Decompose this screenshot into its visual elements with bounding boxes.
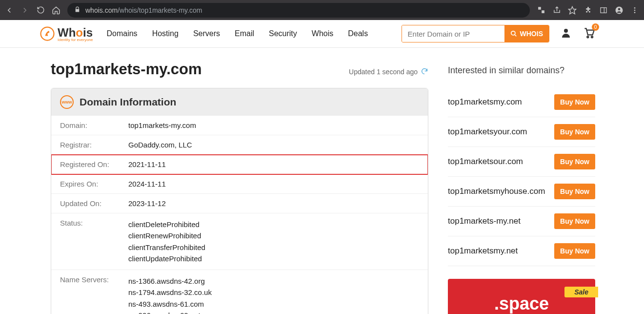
nav-menu: Domains Hosting Servers Email Security W… — [106, 29, 368, 38]
search-button[interactable]: WHOIS — [504, 25, 549, 42]
row-updated-on: Updated On:2023-11-12 — [51, 194, 428, 213]
svg-point-7 — [634, 12, 636, 13]
buy-button[interactable]: Buy Now — [554, 154, 595, 169]
search-input[interactable] — [402, 25, 504, 42]
share-icon[interactable] — [552, 6, 561, 15]
svg-point-6 — [634, 9, 636, 11]
menu-icon[interactable] — [630, 6, 639, 15]
panel-title: Domain Information — [80, 96, 176, 108]
user-icon[interactable] — [560, 27, 572, 41]
row-registrar: Registrar:GoDaddy.com, LLC — [51, 135, 428, 155]
buy-button[interactable]: Buy Now — [554, 184, 595, 199]
search-button-label: WHOIS — [520, 30, 543, 38]
svg-point-4 — [618, 8, 621, 10]
browser-chrome: whois.com/whois/top1markets-my.com — [0, 0, 644, 20]
svg-line-10 — [514, 35, 516, 37]
refresh-icon[interactable] — [421, 67, 428, 77]
nav-security[interactable]: Security — [269, 29, 297, 38]
cart-badge: 0 — [592, 23, 599, 31]
lock-icon — [74, 6, 80, 14]
site-header: Whois Identity for everyone Domains Host… — [0, 20, 644, 48]
sale-tag: Sale — [564, 287, 598, 297]
sidepanel-icon[interactable] — [599, 6, 608, 15]
sidebar-title: Interested in similar domains? — [448, 65, 595, 76]
logo-icon — [40, 26, 55, 41]
row-status: Status: clientDeleteProhibited clientRen… — [51, 213, 428, 270]
domain-search: WHOIS — [402, 25, 549, 42]
cart-icon[interactable]: 0 — [583, 26, 595, 41]
similar-row: top1markets-my.netBuy Now — [448, 207, 595, 236]
nav-deals[interactable]: Deals — [348, 29, 368, 38]
extensions-icon[interactable] — [584, 6, 592, 15]
buy-button[interactable]: Buy Now — [554, 124, 595, 140]
svg-marker-0 — [569, 6, 576, 14]
row-domain: Domain:top1markets-my.com — [51, 116, 428, 135]
row-name-servers: Name Servers: ns-1366.awsdns-42.org ns-1… — [51, 270, 428, 314]
row-expires-on: Expires On:2024-11-11 — [51, 174, 428, 194]
logo-subtext: Identity for everyone — [58, 38, 93, 42]
buy-button[interactable]: Buy Now — [554, 94, 595, 110]
bookmark-star-icon[interactable] — [568, 6, 577, 15]
forward-button[interactable] — [20, 6, 29, 15]
buy-button[interactable]: Buy Now — [554, 213, 595, 229]
logo[interactable]: Whois Identity for everyone — [40, 26, 93, 42]
search-icon — [510, 30, 517, 37]
similar-row: top1marketsmy.netBuy Now — [448, 236, 595, 266]
svg-point-9 — [511, 31, 515, 35]
domain-info-panel: www Domain Information Domain:top1market… — [51, 88, 428, 314]
updated-status: Updated 1 second ago — [349, 67, 428, 77]
home-button[interactable] — [52, 6, 60, 15]
url-text: whois.com/whois/top1markets-my.com — [85, 6, 202, 14]
nav-whois[interactable]: Whois — [312, 29, 333, 38]
similar-row: top1marketsyour.comBuy Now — [448, 117, 595, 147]
svg-point-11 — [564, 29, 568, 33]
reload-button[interactable] — [36, 6, 45, 15]
nav-email[interactable]: Email — [235, 29, 254, 38]
similar-row: top1marketsmy.comBuy Now — [448, 87, 595, 117]
address-bar[interactable]: whois.com/whois/top1markets-my.com — [67, 3, 530, 18]
nav-servers[interactable]: Servers — [193, 29, 220, 38]
promo-banner[interactable]: Sale .space — [448, 279, 595, 314]
similar-domains-sidebar: Interested in similar domains? top1marke… — [448, 61, 595, 314]
svg-point-12 — [587, 36, 588, 38]
profile-icon[interactable] — [615, 6, 624, 15]
www-icon: www — [60, 95, 74, 109]
similar-row: top1marketsour.comBuy Now — [448, 147, 595, 177]
row-registered-on: Registered On:2021-11-11 — [51, 155, 428, 174]
svg-point-5 — [634, 7, 636, 9]
svg-rect-1 — [601, 7, 606, 13]
nav-domains[interactable]: Domains — [106, 29, 137, 38]
translate-icon[interactable] — [537, 6, 545, 15]
back-button[interactable] — [5, 6, 14, 15]
svg-point-13 — [591, 36, 593, 38]
similar-row: top1marketsmyhouse.comBuy Now — [448, 177, 595, 207]
logo-text: Whois — [58, 26, 93, 39]
buy-button[interactable]: Buy Now — [554, 243, 595, 259]
nav-hosting[interactable]: Hosting — [152, 29, 179, 38]
page-title: top1markets-my.com — [51, 61, 202, 78]
